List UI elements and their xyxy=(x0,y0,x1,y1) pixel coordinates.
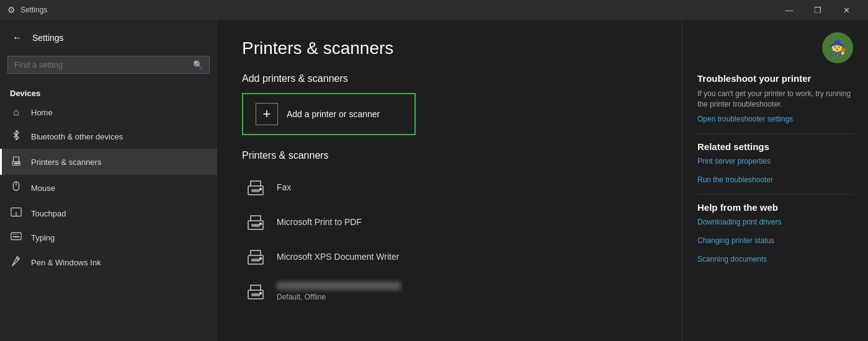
sidebar-section-label: Devices xyxy=(0,84,217,100)
typing-icon xyxy=(10,232,22,243)
blurred-printer-name xyxy=(277,281,401,290)
help-web-title: Help from the web xyxy=(697,202,853,213)
sidebar-app-title: Settings xyxy=(32,33,64,43)
sidebar-item-bluetooth-label: Bluetooth & other devices xyxy=(31,132,123,141)
related-settings-title: Related settings xyxy=(697,141,853,152)
add-printer-button[interactable]: + Add a printer or scanner xyxy=(242,93,416,135)
printer-item-pdf[interactable]: Microsoft Print to PDF xyxy=(242,205,657,239)
sidebar-item-mouse-label: Mouse xyxy=(31,184,55,193)
avatar-area: 🧙 xyxy=(697,32,853,63)
minimize-button[interactable]: — xyxy=(775,0,803,20)
svg-rect-17 xyxy=(252,224,259,226)
xps-name: Microsoft XPS Document Writer xyxy=(277,252,399,262)
home-icon: ⌂ xyxy=(10,107,22,118)
sidebar-item-touchpad-label: Touchpad xyxy=(31,209,66,218)
troubleshoot-title: Troubleshoot your printer xyxy=(697,73,853,84)
printer-nav-icon xyxy=(10,155,22,169)
avatar: 🧙 xyxy=(822,32,853,63)
xps-printer-icon xyxy=(244,246,267,268)
svg-rect-2 xyxy=(19,162,20,164)
default-printer-icon xyxy=(244,280,267,303)
window-controls: — ❐ ✕ xyxy=(775,0,861,20)
avatar-emoji: 🧙 xyxy=(830,40,846,56)
svg-point-24 xyxy=(260,293,262,294)
pen-icon xyxy=(10,255,22,269)
title-bar: ⚙ Settings — ❐ ✕ xyxy=(0,0,868,20)
sidebar: ← Settings 🔍 Devices ⌂ Home Bluetooth & … xyxy=(0,20,217,341)
search-icon: 🔍 xyxy=(193,60,203,69)
right-panel: 🧙 Troubleshoot your printer If you can't… xyxy=(682,20,868,341)
touchpad-icon xyxy=(10,207,22,219)
troubleshoot-description: If you can't get your printer to work, t… xyxy=(697,89,853,110)
sidebar-item-printers-label: Printers & scanners xyxy=(31,157,101,167)
sidebar-header: ← Settings xyxy=(0,20,217,51)
sidebar-item-home[interactable]: ⌂ Home xyxy=(0,100,217,124)
printer-item-fax[interactable]: Fax xyxy=(242,170,657,205)
printer-item-xps[interactable]: Microsoft XPS Document Writer xyxy=(242,239,657,274)
divider-2 xyxy=(697,194,853,195)
divider-1 xyxy=(697,133,853,134)
app-icon: ⚙ xyxy=(7,5,16,15)
pdf-printer-icon xyxy=(244,211,267,233)
scanning-docs-link[interactable]: Scanning documents xyxy=(697,255,853,264)
add-section-heading: Add printers & scanners xyxy=(242,73,657,84)
close-button[interactable]: ✕ xyxy=(832,0,861,20)
search-box[interactable]: 🔍 xyxy=(7,56,210,74)
default-printer-info: Default, Offline xyxy=(277,281,401,301)
printer-item-default[interactable]: Default, Offline xyxy=(242,274,657,309)
sidebar-item-typing[interactable]: Typing xyxy=(0,226,217,249)
maximize-button[interactable]: ❐ xyxy=(803,0,832,20)
sidebar-item-mouse[interactable]: Mouse xyxy=(0,175,217,201)
search-input[interactable] xyxy=(14,60,193,69)
sidebar-item-pen[interactable]: Pen & Windows Ink xyxy=(0,249,217,275)
print-server-link[interactable]: Print server properties xyxy=(697,157,853,166)
svg-rect-1 xyxy=(14,163,18,164)
pdf-name: Microsoft Print to PDF xyxy=(277,217,362,227)
app-body: ← Settings 🔍 Devices ⌂ Home Bluetooth & … xyxy=(0,20,868,341)
back-button[interactable]: ← xyxy=(10,30,25,46)
changing-status-link[interactable]: Changing printer status xyxy=(697,236,853,245)
page-title: Printers & scanners xyxy=(242,38,657,58)
mouse-icon xyxy=(10,181,22,195)
bluetooth-icon xyxy=(10,130,22,143)
main-content: Printers & scanners Add printers & scann… xyxy=(217,20,682,341)
sidebar-item-touchpad[interactable]: Touchpad xyxy=(0,201,217,226)
svg-rect-20 xyxy=(252,259,259,261)
svg-point-18 xyxy=(260,223,262,225)
sidebar-item-typing-label: Typing xyxy=(31,233,55,242)
add-printer-label: Add a printer or scanner xyxy=(287,109,380,119)
svg-point-15 xyxy=(260,188,262,190)
svg-rect-23 xyxy=(252,294,259,296)
title-bar-text: Settings xyxy=(20,6,775,14)
sidebar-item-printers[interactable]: Printers & scanners xyxy=(0,149,217,175)
downloading-drivers-link[interactable]: Downloading print drivers xyxy=(697,218,853,226)
open-troubleshooter-link[interactable]: Open troubleshooter settings xyxy=(697,115,853,123)
svg-rect-14 xyxy=(252,190,259,192)
svg-point-21 xyxy=(260,258,262,260)
sidebar-item-bluetooth[interactable]: Bluetooth & other devices xyxy=(0,124,217,149)
fax-name: Fax xyxy=(277,182,291,192)
sidebar-item-pen-label: Pen & Windows Ink xyxy=(31,258,101,267)
fax-icon xyxy=(244,176,267,198)
sidebar-item-home-label: Home xyxy=(31,108,53,117)
plus-icon: + xyxy=(256,103,278,125)
printers-section-heading: Printers & scanners xyxy=(242,150,657,161)
run-troubleshooter-link[interactable]: Run the troubleshooter xyxy=(697,175,853,184)
